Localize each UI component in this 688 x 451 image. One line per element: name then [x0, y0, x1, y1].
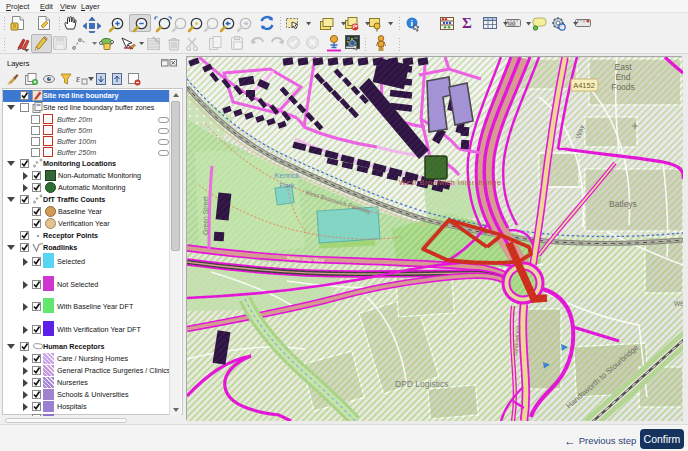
- svg-text:MM: MM: [508, 22, 516, 27]
- svg-text:Σ: Σ: [462, 15, 472, 31]
- svg-text:West: West: [674, 300, 683, 307]
- svg-text:Batleys: Batleys: [609, 199, 637, 209]
- svg-text:DPD Logistics: DPD Logistics: [395, 379, 448, 389]
- svg-text:West Bromwich Interchange: West Bromwich Interchange: [399, 178, 501, 187]
- svg-text:Green Street: Green Street: [202, 196, 209, 235]
- svg-text:Park: Park: [279, 181, 295, 190]
- svg-text:ε: ε: [76, 73, 80, 84]
- svg-text:A4152: A4152: [573, 81, 595, 90]
- svg-text:Kenrick: Kenrick: [274, 171, 299, 180]
- svg-text:End: End: [615, 72, 630, 82]
- svg-text:Foods: Foods: [611, 82, 635, 92]
- svg-text:East: East: [614, 62, 632, 72]
